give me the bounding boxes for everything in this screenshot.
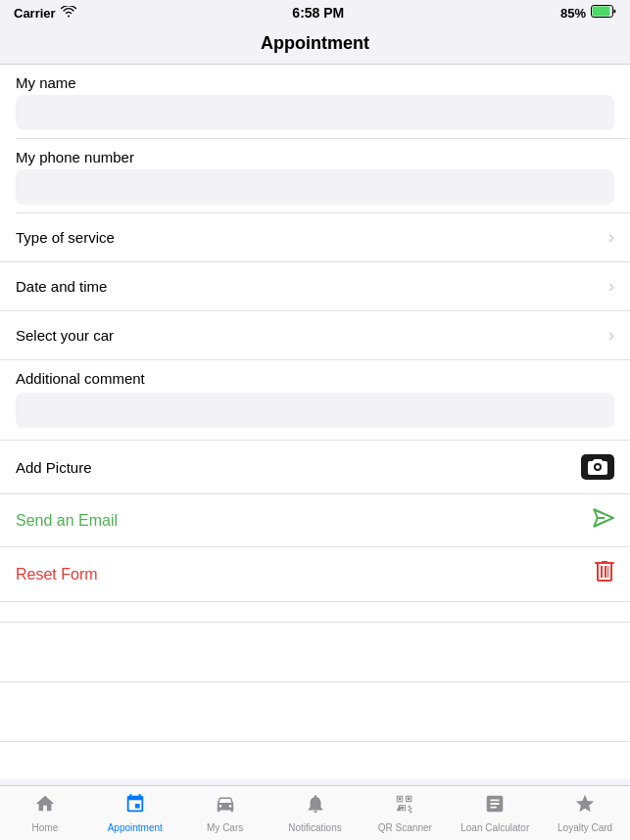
nav-title: Appointment (0, 25, 630, 65)
my-name-section: My name (0, 65, 630, 139)
main-content: My name My phone number Type of service … (0, 65, 630, 779)
tab-notifications[interactable]: Notifications (270, 786, 361, 840)
tab-loan-calculator-label: Loan Calculator (460, 822, 529, 833)
tab-bar: Home Appointment My Cars Notifications (0, 785, 630, 840)
select-car-label: Select your car (16, 327, 114, 344)
qr-scanner-icon (394, 793, 415, 820)
tab-appointment-label: Appointment (108, 822, 163, 833)
battery-icon (591, 5, 616, 21)
my-name-label: My name (0, 65, 630, 95)
reset-form-label: Reset Form (16, 566, 98, 583)
svg-rect-1 (593, 7, 610, 17)
tab-loyalty-card-label: Loyalty Card (557, 822, 612, 833)
status-bar-left: Carrier (14, 6, 76, 21)
appointment-icon (124, 793, 146, 820)
home-icon (34, 793, 56, 820)
my-phone-section: My phone number (0, 139, 630, 213)
wifi-icon (61, 6, 76, 21)
send-icon (593, 508, 614, 533)
tab-loyalty-card[interactable]: Loyalty Card (540, 786, 630, 840)
status-bar-time: 6:58 PM (292, 5, 344, 21)
chevron-right-icon-3: › (608, 325, 614, 346)
tab-home-label: Home (32, 822, 59, 833)
tab-notifications-label: Notifications (288, 822, 341, 833)
date-and-time-row[interactable]: Date and time › (0, 262, 630, 311)
tab-my-cars[interactable]: My Cars (180, 786, 270, 840)
loan-calculator-icon (484, 793, 506, 820)
select-car-row[interactable]: Select your car › (0, 311, 630, 360)
page-title: Appointment (261, 33, 369, 53)
type-of-service-row[interactable]: Type of service › (0, 213, 630, 262)
spacer-divider-1 (0, 681, 630, 682)
camera-icon (581, 454, 614, 480)
tab-qr-scanner-label: QR Scanner (378, 822, 432, 833)
carrier-text: Carrier (14, 6, 56, 21)
my-cars-icon (215, 793, 236, 820)
type-of-service-label: Type of service (16, 229, 115, 246)
additional-comment-label: Additional comment (16, 370, 614, 387)
additional-comment-section: Additional comment (0, 360, 630, 430)
trash-icon (595, 561, 614, 587)
notifications-icon (305, 793, 326, 820)
tab-my-cars-label: My Cars (207, 822, 243, 833)
tab-home[interactable]: Home (0, 786, 90, 840)
send-email-row[interactable]: Send an Email (0, 494, 630, 547)
add-picture-row[interactable]: Add Picture (0, 440, 630, 494)
add-picture-label: Add Picture (16, 459, 92, 476)
loyalty-card-icon (574, 793, 596, 820)
status-bar: Carrier 6:58 PM 85% (0, 0, 630, 25)
tab-appointment[interactable]: Appointment (90, 786, 180, 840)
date-and-time-label: Date and time (16, 278, 107, 295)
status-bar-right: 85% (560, 5, 616, 21)
tab-loan-calculator[interactable]: Loan Calculator (450, 786, 540, 840)
chevron-right-icon: › (608, 227, 614, 248)
spacer-divider-2 (0, 741, 630, 742)
my-name-input[interactable] (16, 95, 614, 130)
spacer-area (0, 622, 630, 779)
my-phone-label: My phone number (0, 139, 630, 169)
my-phone-input[interactable] (16, 169, 614, 205)
chevron-right-icon-2: › (608, 276, 614, 297)
send-email-label: Send an Email (16, 512, 118, 530)
battery-percent: 85% (560, 6, 586, 21)
tab-qr-scanner[interactable]: QR Scanner (360, 786, 450, 840)
additional-comment-input[interactable] (16, 393, 614, 428)
reset-form-row[interactable]: Reset Form (0, 547, 630, 602)
